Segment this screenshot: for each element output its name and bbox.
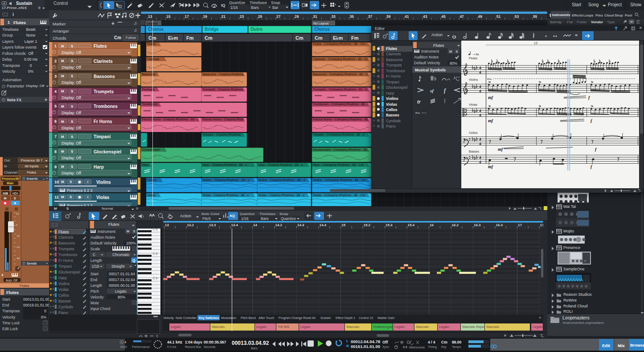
svg-text:mf: mf — [498, 147, 504, 152]
svg-text:tr: tr — [417, 99, 421, 105]
svg-text:4: 4 — [479, 137, 481, 141]
svg-text:Violas: Violas — [469, 103, 477, 106]
svg-text:f: f — [591, 164, 593, 169]
svg-text:Cellos: Cellos — [469, 131, 478, 134]
svg-text:Violins: Violins — [469, 78, 478, 81]
svg-text:f: f — [588, 95, 591, 100]
svg-text:4: 4 — [479, 84, 481, 89]
svg-text:f: f — [591, 118, 593, 123]
svg-text:· = 86: · = 86 — [472, 53, 479, 56]
svg-text:mf: mf — [488, 164, 494, 169]
svg-text:Flutes: Flutes — [469, 57, 478, 60]
svg-text:4: 4 — [479, 155, 481, 160]
svg-text:4: 4 — [479, 108, 481, 113]
svg-text:4: 4 — [479, 160, 481, 164]
svg-text:4: 4 — [479, 70, 481, 75]
svg-text:mf: mf — [488, 95, 494, 100]
svg-text:8va: 8va — [487, 77, 492, 81]
svg-text:4: 4 — [479, 141, 481, 146]
svg-text:Basses: Basses — [469, 150, 479, 153]
svg-text:4: 4 — [479, 113, 481, 117]
svg-text:th: th — [168, 213, 171, 216]
svg-text:4: 4 — [479, 89, 481, 93]
svg-text:8va: 8va — [415, 111, 420, 115]
svg-text:4: 4 — [479, 66, 481, 70]
svg-text:mf: mf — [488, 118, 494, 123]
svg-text:f: f — [444, 87, 446, 94]
svg-text:sf: sf — [430, 88, 434, 93]
svg-text:f: f — [595, 147, 597, 152]
svg-text:13: 13 — [534, 41, 537, 45]
